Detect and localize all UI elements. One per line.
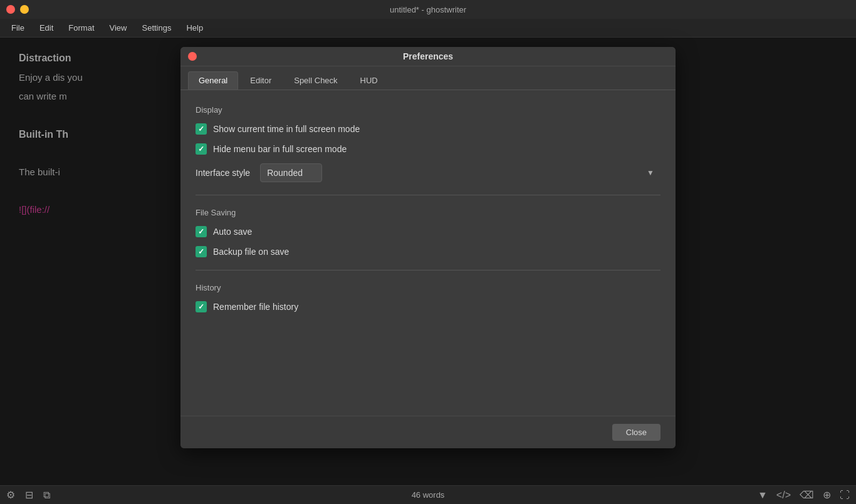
chevron-down-icon: ▼ [647, 168, 654, 177]
section-divider [196, 195, 660, 195]
dialog-body: Display Show current time in full screen… [180, 90, 676, 416]
menu-settings[interactable]: Settings [135, 21, 177, 35]
close-dialog-button[interactable]: Close [612, 424, 660, 441]
code-icon[interactable]: </> [776, 490, 791, 501]
hide-menu-row: Hide menu bar in full screen mode [196, 143, 660, 155]
strikethrough-icon[interactable]: ⌫ [800, 489, 814, 501]
remember-history-row: Remember file history [196, 301, 660, 312]
auto-save-row: Auto save [196, 226, 660, 237]
dropdown-icon[interactable]: ▼ [758, 490, 768, 501]
menu-edit[interactable]: Edit [33, 21, 60, 35]
fullscreen-icon[interactable]: ⛶ [840, 490, 850, 501]
history-section-title: History [196, 283, 660, 292]
backup-save-row: Backup file on save [196, 246, 660, 257]
word-count: 46 words [412, 490, 445, 500]
dialog-close-icon[interactable] [188, 52, 197, 61]
tab-spell-check[interactable]: Spell Check [283, 71, 348, 90]
target-icon[interactable]: ⊕ [823, 489, 831, 501]
hide-menu-label: Hide menu bar in full screen mode [213, 144, 347, 154]
dialog-tabs: General Editor Spell Check HUD [180, 66, 676, 90]
hide-menu-checkbox[interactable] [196, 143, 207, 155]
title-bar: untitled* - ghostwriter [0, 0, 856, 19]
menu-view[interactable]: View [103, 21, 133, 35]
status-bar-right: ▼ </> ⌫ ⊕ ⛶ [758, 489, 850, 501]
auto-save-label: Auto save [213, 227, 252, 237]
dialog-title: Preferences [403, 51, 453, 61]
remember-history-checkbox[interactable] [196, 301, 207, 312]
show-time-checkbox[interactable] [196, 123, 207, 135]
interface-style-dropdown-wrapper: Rounded Square System ▼ [260, 163, 660, 182]
show-time-row: Show current time in full screen mode [196, 123, 660, 135]
preferences-dialog: Preferences General Editor Spell Check H… [180, 47, 676, 448]
interface-style-row: Interface style Rounded Square System ▼ [196, 163, 660, 182]
copy-icon[interactable]: ⧉ [43, 490, 50, 501]
title-bar-controls [6, 5, 29, 14]
interface-style-label: Interface style [196, 168, 250, 178]
close-button[interactable] [6, 5, 15, 14]
minimize-button[interactable] [20, 5, 29, 14]
tab-hud[interactable]: HUD [350, 71, 389, 90]
display-section-title: Display [196, 105, 660, 115]
menu-help[interactable]: Help [180, 21, 209, 35]
tab-editor[interactable]: Editor [239, 71, 282, 90]
auto-save-checkbox[interactable] [196, 226, 207, 237]
tab-general[interactable]: General [188, 71, 238, 90]
gear-icon[interactable]: ⚙ [6, 489, 15, 501]
window-title: untitled* - ghostwriter [390, 5, 466, 14]
menu-bar: File Edit Format View Settings Help [0, 19, 856, 38]
backup-save-checkbox[interactable] [196, 246, 207, 257]
dialog-footer: Close [180, 416, 676, 448]
menu-file[interactable]: File [5, 21, 31, 35]
dialog-title-bar: Preferences [180, 47, 676, 66]
status-bar-left: ⚙ ⊟ ⧉ [6, 489, 50, 501]
menu-format[interactable]: Format [62, 21, 100, 35]
backup-save-label: Backup file on save [213, 247, 289, 257]
status-bar: ⚙ ⊟ ⧉ 46 words ▼ </> ⌫ ⊕ ⛶ [0, 485, 856, 504]
interface-style-select[interactable]: Rounded Square System [260, 163, 322, 182]
show-time-label: Show current time in full screen mode [213, 124, 360, 134]
sidebar-icon[interactable]: ⊟ [25, 489, 33, 501]
file-saving-section-title: File Saving [196, 208, 660, 217]
section-divider-2 [196, 270, 660, 270]
remember-history-label: Remember file history [213, 302, 298, 312]
